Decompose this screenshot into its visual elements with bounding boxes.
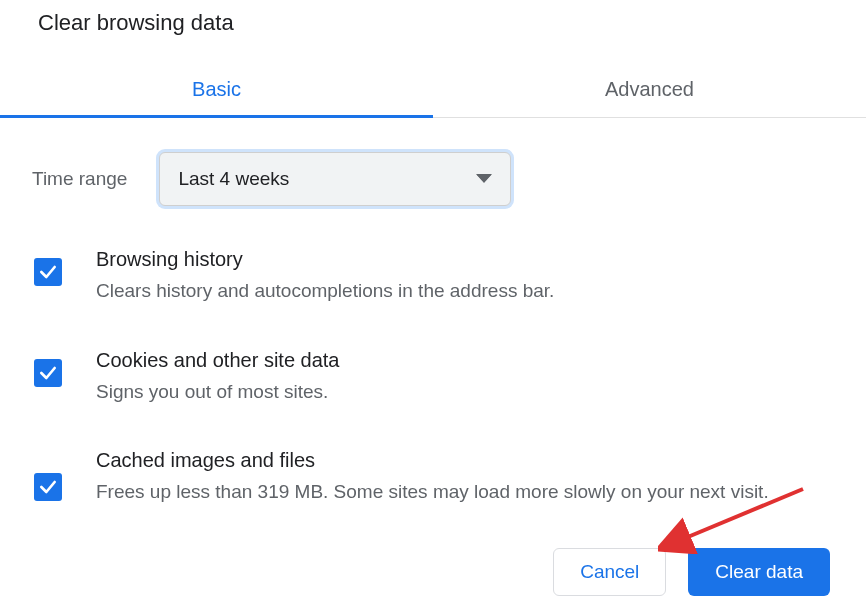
option-cache: Cached images and files Frees up less th… bbox=[34, 449, 832, 506]
clear-data-button[interactable]: Clear data bbox=[688, 548, 830, 596]
checkbox-cache[interactable] bbox=[34, 473, 62, 501]
time-range-label: Time range bbox=[32, 168, 127, 190]
option-title: Browsing history bbox=[96, 248, 832, 271]
option-desc: Clears history and autocompletions in th… bbox=[96, 277, 832, 305]
option-title: Cached images and files bbox=[96, 449, 832, 472]
dialog-buttons: Cancel Clear data bbox=[553, 548, 830, 596]
check-icon bbox=[38, 262, 58, 282]
options-list: Browsing history Clears history and auto… bbox=[0, 206, 866, 506]
check-icon bbox=[38, 363, 58, 383]
dialog-title: Clear browsing data bbox=[0, 0, 866, 36]
option-desc: Frees up less than 319 MB. Some sites ma… bbox=[96, 478, 832, 506]
option-cookies: Cookies and other site data Signs you ou… bbox=[34, 349, 832, 406]
time-range-value: Last 4 weeks bbox=[178, 168, 476, 190]
option-desc: Signs you out of most sites. bbox=[96, 378, 832, 406]
time-range-select[interactable]: Last 4 weeks bbox=[159, 152, 511, 206]
tab-basic[interactable]: Basic bbox=[0, 64, 433, 117]
option-title: Cookies and other site data bbox=[96, 349, 832, 372]
chevron-down-icon bbox=[476, 170, 492, 188]
option-browsing-history: Browsing history Clears history and auto… bbox=[34, 248, 832, 305]
checkbox-cookies[interactable] bbox=[34, 359, 62, 387]
check-icon bbox=[38, 477, 58, 497]
cancel-button[interactable]: Cancel bbox=[553, 548, 666, 596]
svg-marker-0 bbox=[476, 174, 492, 183]
checkbox-browsing-history[interactable] bbox=[34, 258, 62, 286]
time-range-row: Time range Last 4 weeks bbox=[0, 118, 866, 206]
tab-advanced[interactable]: Advanced bbox=[433, 64, 866, 117]
tabs: Basic Advanced bbox=[0, 64, 866, 118]
